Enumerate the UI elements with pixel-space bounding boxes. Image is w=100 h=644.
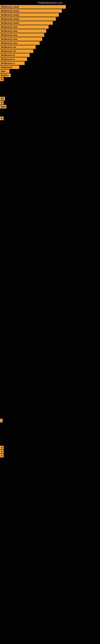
list-item: Bottleneck re	[0, 62, 100, 65]
list-item: Bott	[0, 105, 100, 108]
list-item: B	[0, 78, 100, 81]
list-item: B	[0, 450, 100, 454]
spacer-row	[0, 120, 100, 128]
spacer-row	[0, 109, 100, 116]
bottleneck-bar	[19, 25, 49, 29]
bottleneck-result-label: Bottleneck res	[0, 49, 17, 53]
spacer-row	[0, 182, 100, 190]
spacer-row	[0, 404, 100, 411]
bottleneck-result-label: B	[0, 101, 3, 104]
spacer-row	[0, 258, 100, 266]
spacer-row	[0, 289, 100, 296]
items-container: Bottleneck resultBottleneck resultBottle…	[0, 5, 100, 458]
bottleneck-result-label: Bottleneck result	[0, 21, 20, 25]
spacer-row	[0, 388, 100, 396]
list-item: |	[0, 419, 100, 422]
spacer-row	[0, 358, 100, 365]
list-item: Bottleneck resu	[0, 29, 100, 33]
spacer-row	[0, 320, 100, 327]
bottleneck-bar	[17, 45, 36, 49]
bottleneck-bar	[20, 13, 59, 17]
spacer-row	[0, 190, 100, 197]
list-item: Bott	[0, 70, 100, 73]
spacer-row	[0, 274, 100, 281]
spacer-row	[0, 296, 100, 304]
bottleneck-result-label: Bott	[0, 70, 6, 73]
bottleneck-result-label: |	[0, 419, 2, 422]
bottleneck-result-label: Bottleneck	[0, 66, 13, 69]
list-item: Bottleneck result	[0, 9, 100, 13]
spacer-row	[0, 438, 100, 446]
bottleneck-result-label: Bottleneck re	[0, 57, 16, 61]
spacer-row	[0, 373, 100, 380]
bottleneck-bar	[20, 5, 66, 9]
bottleneck-bar	[6, 70, 9, 73]
list-item: Bottleneck resu	[0, 25, 100, 29]
bottleneck-bar	[20, 21, 53, 25]
list-item: Bottleneck result	[0, 21, 100, 25]
bottleneck-bar	[19, 41, 40, 45]
bottleneck-bar	[16, 57, 27, 61]
spacer-row	[0, 136, 100, 144]
bottleneck-result-label: Bo	[0, 97, 5, 100]
spacer-row	[0, 350, 100, 358]
spacer-row	[0, 166, 100, 174]
spacer-row	[0, 144, 100, 151]
bottleneck-result-label: Bott	[0, 105, 6, 108]
bottleneck-bar	[13, 66, 19, 69]
spacer-row	[0, 89, 100, 97]
spacer-row	[0, 281, 100, 289]
spacer-row	[0, 365, 100, 373]
bottleneck-bar	[17, 49, 33, 53]
bottleneck-result-label: B	[0, 78, 3, 81]
list-item: Bottleneck res	[0, 49, 100, 53]
list-item: B	[0, 116, 100, 120]
list-item: Bottleneck re	[0, 57, 100, 61]
list-item: Bottleneck re	[0, 53, 100, 57]
spacer-row	[0, 128, 100, 136]
spacer-row	[0, 342, 100, 350]
list-item: B	[0, 101, 100, 104]
list-item: Bottleneck res	[0, 45, 100, 49]
spacer-row	[0, 250, 100, 258]
spacer-row	[0, 411, 100, 419]
list-item: Bottleneck result	[0, 13, 100, 17]
spacer-row	[0, 174, 100, 182]
bottleneck-result-label: Bottleneck resu	[0, 29, 19, 33]
spacer-row	[0, 327, 100, 335]
bottleneck-result-label: B	[0, 116, 3, 120]
spacer-row	[0, 430, 100, 438]
bottleneck-result-label: Bottleneck result	[0, 17, 20, 21]
bottleneck-result-label: Bottleneck resu	[0, 37, 19, 41]
bottleneck-result-label: Bottleneck result	[0, 9, 20, 13]
bottleneck-result-label: B	[0, 446, 3, 450]
spacer-row	[0, 312, 100, 320]
spacer-row	[0, 335, 100, 342]
spacer-row	[0, 220, 100, 228]
bottleneck-bar	[16, 53, 30, 57]
spacer-row	[0, 205, 100, 212]
list-item: Bottleneck resu	[0, 33, 100, 37]
spacer-row	[0, 396, 100, 404]
bottleneck-result-label: B	[0, 454, 3, 458]
spacer-row	[0, 423, 100, 430]
list-item: Bo	[0, 97, 100, 100]
bottleneck-result-label: Bottleneck re	[0, 62, 16, 65]
spacer-row	[0, 82, 100, 89]
bottleneck-result-label: Bottleneck resu	[0, 25, 19, 29]
spacer-row	[0, 151, 100, 159]
bottleneck-bar	[20, 9, 62, 13]
list-item: Bottleneck result	[0, 5, 100, 9]
spacer-row	[0, 159, 100, 166]
bottleneck-result-label: Bottleneck resu	[0, 41, 19, 45]
spacer-row	[0, 304, 100, 312]
list-item: B	[0, 446, 100, 450]
list-item: B	[0, 454, 100, 458]
site-title: TheBottlenecker.com	[0, 0, 100, 5]
bottleneck-bar	[19, 29, 46, 33]
bottleneck-result-label: Bottleneck result	[0, 5, 20, 9]
bottleneck-result-label: Bottleneck re	[0, 53, 16, 57]
bottleneck-bar	[10, 74, 11, 77]
bottleneck-result-label: Bottleneck result	[0, 13, 20, 17]
bottleneck-bar	[16, 62, 25, 65]
